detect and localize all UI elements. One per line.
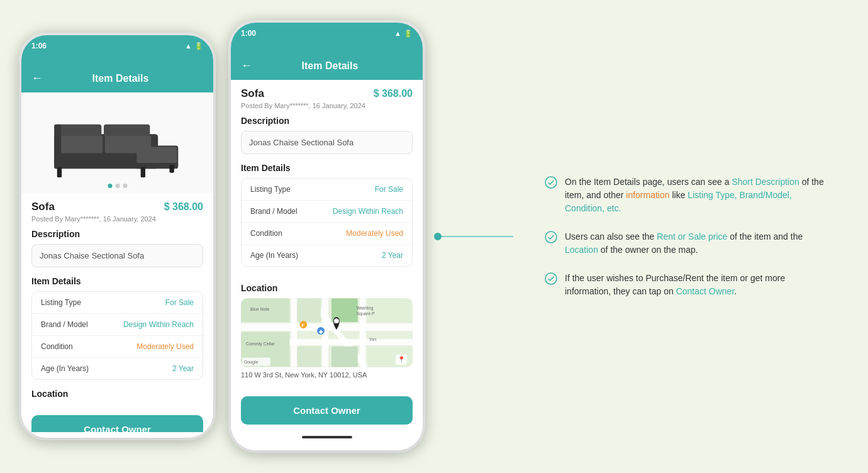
svg-rect-14 [291, 298, 297, 367]
check-icon-3 [545, 272, 557, 285]
svg-rect-22 [297, 347, 321, 367]
wifi-icon-2: ▲ [394, 30, 401, 37]
phone1-item-info: Sofa $ 368.00 Posted By Mary*******, 16 … [21, 193, 213, 411]
phone2-frame: 1:00 ▲ 🔋 ← Item Details Sofa $ 368.00 [231, 23, 423, 450]
phone2-header: ← Item Details [231, 54, 423, 80]
phone2-condition-val: Moderately Used [346, 229, 403, 238]
dot-2 [115, 184, 120, 188]
check-icon-1 [545, 176, 557, 189]
phone2-map-address: 110 W 3rd St, New York, NY 10012, USA [241, 371, 413, 379]
phone1-contact-button[interactable]: Contact Owner [31, 415, 203, 432]
phone2-brand-key: Brand / Model [250, 207, 298, 216]
phone1-description-box: Jonas Chaise Sectional Sofa [31, 244, 203, 267]
phone2-header-title: Item Details [259, 60, 401, 72]
check-icon-2 [545, 231, 557, 243]
svg-text:Comedy Cellar: Comedy Cellar [246, 342, 275, 347]
phone1-item-title: Sofa [31, 201, 55, 213]
phone2-item-title: Sofa [241, 87, 264, 100]
svg-rect-23 [331, 347, 358, 367]
svg-text:F: F [301, 323, 304, 328]
map-svg: Blue Note Washing Square P Comedy Cellar… [241, 298, 413, 367]
phone2-brand-val: Design Within Reach [333, 207, 403, 216]
phone1-item-price: $ 368.00 [164, 201, 203, 213]
svg-text:Square P: Square P [357, 311, 375, 316]
svg-point-42 [545, 231, 557, 243]
phone2-item-price: $ 368.00 [374, 88, 413, 99]
phone2-item-info: Sofa $ 368.00 Posted By Mary*******, 16 … [231, 80, 423, 283]
annotation-panel: On the Item Details page, users can see … [526, 163, 849, 311]
svg-point-43 [545, 273, 557, 284]
phone2-back-button[interactable]: ← [241, 59, 252, 72]
svg-point-41 [545, 177, 557, 188]
phone1-listing-type-key: Listing Type [41, 298, 81, 307]
phone2-details-box: Listing Type For Sale Brand / Model Desi… [241, 178, 413, 267]
sofa-illustration [48, 102, 187, 184]
svg-point-36 [334, 318, 339, 323]
phone1-detail-condition: Condition Moderately Used [32, 336, 203, 358]
phone1-description-label: Description [31, 229, 203, 239]
phone1-condition-key: Condition [41, 342, 73, 351]
phone2-frame-outer: 1:00 ▲ 🔋 ← Item Details Sofa $ 368.00 [228, 20, 425, 453]
phone1-age-key: Age (In Years) [41, 364, 89, 373]
svg-rect-2 [55, 125, 101, 137]
phone1-item-details-label: Item Details [31, 276, 203, 286]
phone2-time: 1:00 [241, 29, 256, 38]
svg-rect-7 [54, 125, 61, 169]
svg-text:◆: ◆ [318, 329, 323, 335]
phone1-detail-age: Age (In Years) 2 Year [32, 358, 203, 379]
svg-text:Yori: Yori [369, 337, 377, 342]
phone1-detail-listing-type: Listing Type For Sale [32, 292, 203, 314]
phone2-contact-button[interactable]: Contact Owner [241, 396, 413, 425]
phone1-brand-key: Brand / Model [41, 320, 88, 329]
svg-text:📍: 📍 [398, 355, 406, 364]
annotation-1: On the Item Details page, users can see … [545, 175, 830, 215]
svg-rect-10 [169, 165, 174, 173]
svg-rect-8 [57, 167, 61, 178]
phone1-frame-outer: 1:06 ▲ 🔋 ← Item Details [19, 33, 216, 440]
wifi-icon: ▲ [185, 42, 192, 50]
phone1-posted-by: Posted By Mary*******, 16 January, 2024 [31, 215, 203, 223]
svg-text:Google: Google [244, 360, 259, 365]
phone2-detail-brand: Brand / Model Design Within Reach [242, 201, 412, 223]
phone2-title-row: Sofa $ 368.00 [241, 87, 413, 100]
connector-line [438, 236, 513, 237]
phone1-header-title: Item Details [49, 73, 192, 84]
phone2-age-key: Age (In Years) [250, 251, 298, 260]
phone1-header: ← Item Details [21, 67, 213, 92]
connector-line-area [438, 236, 513, 237]
phone2-detail-age: Age (In Years) 2 Year [242, 245, 412, 266]
phone2-status-icons: ▲ 🔋 [394, 30, 413, 38]
battery-icon: 🔋 [194, 42, 203, 50]
phone2-detail-condition: Condition Moderately Used [242, 223, 412, 245]
phone1-listing-type-val: For Sale [165, 298, 194, 307]
phone2-home-bar [302, 436, 352, 438]
phone2-posted-by: Posted By Mary*******, 16 January, 2024 [241, 102, 413, 109]
annotation-text-2: Users can also see the Rent or Sale pric… [565, 230, 830, 257]
phone1-details-box: Listing Type For Sale Brand / Model Desi… [31, 291, 203, 380]
image-carousel-dots [108, 184, 127, 188]
annotation-text-1: On the Item Details page, users can see … [565, 175, 830, 215]
annotation-text-3: If the user wishes to Purchase/Rent the … [565, 272, 830, 298]
phone1-location-label: Location [31, 389, 203, 399]
svg-rect-9 [140, 167, 145, 178]
phone1-sofa-image [21, 92, 213, 193]
phone1-back-button[interactable]: ← [31, 72, 43, 85]
phone1-status-icons: ▲ 🔋 [185, 42, 203, 50]
phone1-time: 1:06 [31, 42, 47, 50]
phone1-age-val: 2 Year [172, 364, 194, 373]
phone1-detail-brand: Brand / Model Design Within Reach [32, 314, 203, 336]
svg-rect-24 [368, 298, 413, 322]
svg-rect-4 [56, 136, 102, 153]
phone2-listing-type-key: Listing Type [250, 185, 291, 194]
phone2-condition-key: Condition [250, 229, 282, 238]
phone2-status-bar: 1:00 ▲ 🔋 [231, 23, 423, 54]
phone2-map[interactable]: Blue Note Washing Square P Comedy Cellar… [241, 298, 413, 367]
dot-3 [123, 184, 127, 188]
phone2-age-val: 2 Year [382, 251, 403, 260]
phone2-description-label: Description [241, 116, 413, 126]
phone1-frame: 1:06 ▲ 🔋 ← Item Details [21, 35, 213, 438]
annotation-2: Users can also see the Rent or Sale pric… [545, 230, 830, 257]
connector-dot [434, 233, 442, 240]
phone1-status-bar: 1:06 ▲ 🔋 [21, 35, 213, 67]
phone1-condition-val: Moderately Used [136, 342, 194, 351]
